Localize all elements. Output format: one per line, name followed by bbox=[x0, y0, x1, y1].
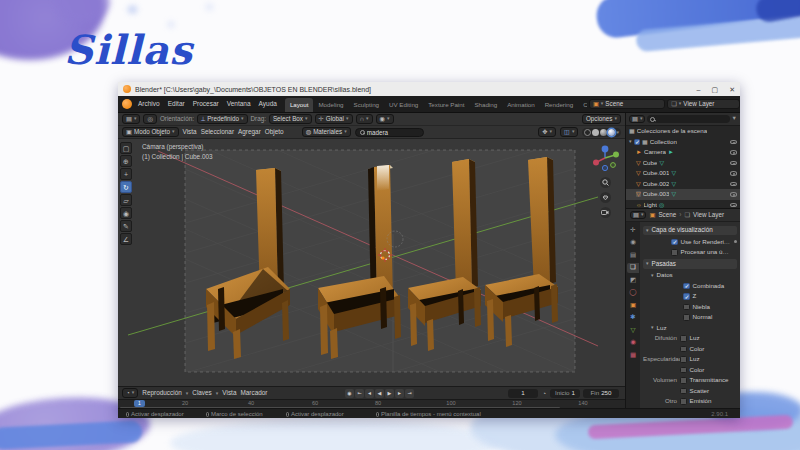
tab-texture-properties[interactable]: ▦ bbox=[627, 350, 639, 360]
record-button[interactable]: ◉ bbox=[345, 389, 354, 398]
editor-type-button[interactable]: ▤▾ bbox=[122, 114, 140, 124]
view-layer-section-header[interactable]: ▾Capa de visualización bbox=[643, 226, 737, 236]
passes-section-header[interactable]: ▾Pasadas bbox=[643, 259, 737, 269]
light-subsection-header[interactable]: ▾Luz bbox=[643, 323, 737, 334]
mist-checkbox[interactable] bbox=[683, 304, 690, 311]
orientation-dropdown[interactable]: ⟂Predefinido▾ bbox=[197, 114, 248, 124]
minimize-button[interactable]: – bbox=[697, 86, 701, 93]
3d-viewport-canvas[interactable] bbox=[118, 139, 625, 386]
tab-uv-editing[interactable]: UV Editing bbox=[384, 98, 423, 112]
shading-wireframe-button[interactable] bbox=[584, 129, 591, 136]
visibility-eye-icon[interactable] bbox=[730, 140, 737, 145]
tab-world-properties[interactable]: ◯ bbox=[627, 288, 639, 298]
tab-animation[interactable]: Animation bbox=[502, 98, 540, 112]
tab-shading[interactable]: Shading bbox=[469, 98, 502, 112]
shading-solid-button[interactable] bbox=[592, 129, 599, 136]
outliner-search-field[interactable] bbox=[647, 115, 729, 123]
menu-ayuda[interactable]: Ayuda bbox=[255, 101, 281, 108]
normal-checkbox[interactable] bbox=[683, 314, 690, 321]
close-button[interactable]: ✕ bbox=[729, 86, 735, 93]
proportional-edit-button[interactable]: ◉▾ bbox=[376, 114, 394, 124]
visibility-eye-icon[interactable] bbox=[730, 171, 737, 176]
specular-color-checkbox[interactable] bbox=[680, 367, 687, 374]
drag-dropdown[interactable]: Select Box▾ bbox=[269, 114, 312, 124]
transmittance-checkbox[interactable] bbox=[680, 377, 687, 384]
outliner-display-mode[interactable]: ▤▾ bbox=[629, 115, 645, 123]
camera-view-icon[interactable] bbox=[600, 207, 611, 218]
tab-modifier-properties[interactable]: ✱ bbox=[627, 313, 639, 323]
pass-normal-row[interactable]: Normal bbox=[643, 312, 737, 323]
volume-transmittance-row[interactable]: Volumen Transmittance bbox=[643, 375, 737, 386]
pass-combined-row[interactable]: Combinada bbox=[643, 281, 737, 292]
playback-menu[interactable]: Reproducción bbox=[142, 390, 181, 396]
timeline-view-menu[interactable]: Vista bbox=[222, 390, 236, 396]
overlays-dropdown[interactable]: ◫▾ bbox=[560, 127, 578, 137]
timeline-ruler[interactable]: 20 40 60 80 100 120 140 1 bbox=[118, 399, 625, 408]
scene-selector[interactable]: ▣ ▾ Scene bbox=[589, 99, 665, 109]
diffuse-light-row[interactable]: Difusión Luz bbox=[643, 333, 737, 344]
zoom-icon[interactable] bbox=[600, 177, 611, 188]
select-menu[interactable]: Seleccionar bbox=[201, 129, 234, 135]
frame-end-field[interactable]: Fin250 bbox=[583, 389, 619, 398]
auto-keying-clock-icon[interactable]: ◔ bbox=[542, 390, 546, 397]
menu-ventana[interactable]: Ventana bbox=[223, 101, 255, 108]
measure-tool[interactable]: ∠ bbox=[120, 233, 132, 245]
visibility-eye-icon[interactable] bbox=[730, 150, 737, 155]
properties-editor-dropdown[interactable]: ▤▾ bbox=[630, 211, 646, 219]
timeline-editor-dropdown[interactable]: ◔▾ bbox=[122, 388, 138, 398]
tab-scene-properties[interactable]: ◩ bbox=[627, 275, 639, 285]
visibility-eye-icon[interactable] bbox=[730, 192, 737, 197]
move-tool[interactable]: + bbox=[120, 168, 132, 180]
animate-dot-icon[interactable] bbox=[734, 240, 737, 243]
shading-options-chevron[interactable]: ▾ bbox=[616, 130, 619, 135]
pass-z-row[interactable]: Z bbox=[643, 291, 737, 302]
tab-modeling[interactable]: Modeling bbox=[313, 98, 348, 112]
view-layer-selector[interactable]: ❏ ▾ View Layer bbox=[667, 99, 740, 109]
play-reverse-button[interactable]: ◀ bbox=[375, 389, 384, 398]
tab-render-properties[interactable]: ◉ bbox=[627, 238, 639, 248]
breadcrumb-view-layer[interactable]: View Layer bbox=[693, 212, 724, 218]
tab-data-properties[interactable]: ▽ bbox=[627, 325, 639, 335]
diffuse-color-checkbox[interactable] bbox=[680, 346, 687, 353]
transform-tool[interactable]: ◉ bbox=[120, 207, 132, 219]
transform-space-dropdown[interactable]: ✛Global▾ bbox=[315, 114, 353, 124]
tab-sculpting[interactable]: Sculpting bbox=[349, 98, 384, 112]
scale-tool[interactable]: ▱ bbox=[120, 194, 132, 206]
rotate-tool[interactable]: ↻ bbox=[120, 181, 132, 193]
visibility-eye-icon[interactable] bbox=[730, 182, 737, 187]
current-frame-field[interactable]: 1 bbox=[508, 389, 538, 398]
visibility-eye-icon[interactable] bbox=[730, 161, 737, 166]
expand-triangle-icon[interactable]: ▾ bbox=[629, 139, 632, 144]
maximize-button[interactable]: ▢ bbox=[712, 86, 719, 93]
render-single-layer-row[interactable]: Procesar una ú… bbox=[643, 247, 737, 258]
pass-mist-row[interactable]: Niebla bbox=[643, 302, 737, 313]
annotate-tool[interactable]: ✎ bbox=[120, 220, 132, 232]
object-menu[interactable]: Objeto bbox=[265, 129, 284, 135]
shading-rendered-button[interactable] bbox=[608, 129, 615, 136]
specular-light-row[interactable]: Especularidad Luz bbox=[643, 354, 737, 365]
view-menu[interactable]: Vista bbox=[183, 129, 197, 135]
tab-rendering[interactable]: Rendering bbox=[540, 98, 579, 112]
outliner-item-cube-002[interactable]: ▽ Cube.002 ▽ bbox=[626, 179, 740, 190]
outliner-item-cube[interactable]: ▽ Cube ▽ bbox=[626, 158, 740, 169]
material-search-field[interactable] bbox=[355, 128, 424, 137]
combined-checkbox[interactable] bbox=[683, 283, 690, 290]
previous-keyframe-button[interactable]: ◄ bbox=[365, 389, 374, 398]
play-button[interactable]: ▶ bbox=[385, 389, 394, 398]
collection-checkbox[interactable] bbox=[634, 139, 641, 146]
use-for-rendering-checkbox[interactable] bbox=[671, 239, 678, 246]
3d-viewport[interactable]: Cámara (perspectiva)(1) Collection | Cub… bbox=[118, 139, 625, 386]
tab-view-layer-properties[interactable]: ❏ bbox=[627, 263, 639, 273]
blender-menu-icon[interactable] bbox=[122, 99, 132, 109]
frame-start-field[interactable]: Inicio1 bbox=[550, 389, 580, 398]
material-slot-dropdown[interactable]: ◍Materiales▾ bbox=[302, 127, 351, 137]
breadcrumb-scene[interactable]: Scene bbox=[658, 212, 676, 218]
outliner-item-cube-003[interactable]: ▽ Cube.003 ▽ bbox=[626, 189, 740, 200]
outliner-collection[interactable]: ▾ ▦ Collection bbox=[626, 137, 740, 148]
jump-to-end-button[interactable]: ⇥ bbox=[405, 389, 414, 398]
z-checkbox[interactable] bbox=[683, 293, 690, 300]
data-subsection-header[interactable]: ▾Datos bbox=[643, 270, 737, 281]
diffuse-light-checkbox[interactable] bbox=[680, 335, 687, 342]
material-search-input[interactable] bbox=[367, 129, 419, 136]
tab-output-properties[interactable]: ▤ bbox=[627, 250, 639, 260]
